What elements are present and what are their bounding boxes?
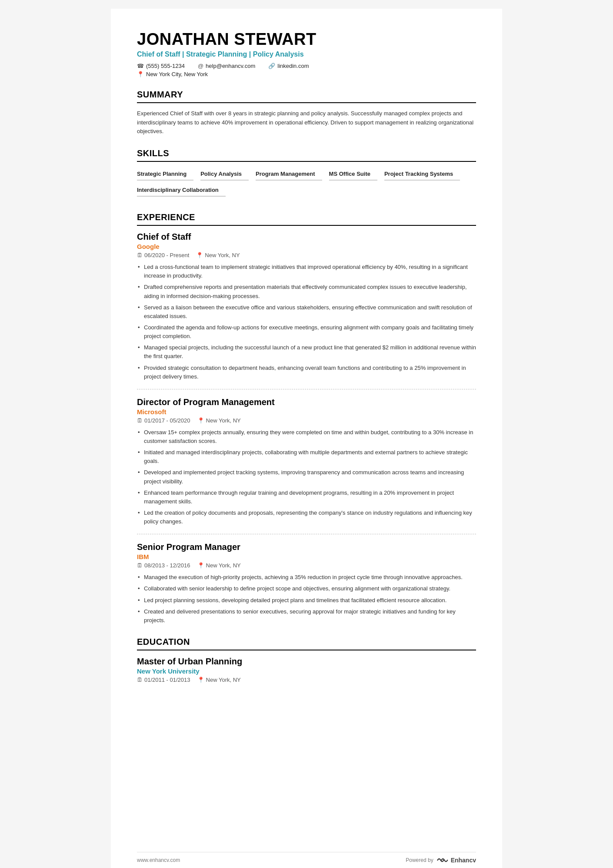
calendar-icon: 🗓 [137,562,143,569]
job-bullet: Served as a liaison between the executiv… [137,303,476,321]
skill-tag: Policy Analysis [200,168,249,181]
job-location: 📍 New York, NY [197,417,241,424]
location-pin-icon: 📍 [197,562,204,569]
job-location: 📍 New York, NY [196,252,240,258]
job-bullet: Collaborated with senior leadership to d… [137,584,476,593]
job-bullet: Managed special projects, including the … [137,343,476,361]
job-divider [137,534,476,534]
job-meta: 🗓 06/2020 - Present 📍 New York, NY [137,252,476,258]
skill-tag: Interdisciplinary Collaboration [137,184,226,197]
location-pin-icon: 📍 [197,417,204,424]
location-pin-icon: 📍 [197,677,204,683]
location-contact: 📍 New York City, New York [137,71,476,77]
edu-location: 📍 New York, NY [197,677,241,683]
candidate-title: Chief of Staff | Strategic Planning | Po… [137,50,476,58]
job-meta: 🗓 08/2013 - 12/2016 📍 New York, NY [137,562,476,569]
phone-contact: ☎ (555) 555-1234 [137,63,185,69]
skill-tag: Project Tracking Systems [384,168,460,181]
skills-section: SKILLS Strategic PlanningPolicy Analysis… [137,148,476,200]
linkedin-value: linkedin.com [277,63,309,69]
job-bullet: Led the creation of policy documents and… [137,509,476,526]
job-title: Senior Program Manager [137,542,476,552]
job-title: Director of Program Management [137,397,476,407]
skill-tag: Strategic Planning [137,168,193,181]
summary-text: Experienced Chief of Staff with over 8 y… [137,109,476,136]
job-date: 🗓 08/2013 - 12/2016 [137,562,190,569]
resume-container: JONATHAN STEWART Chief of Staff | Strate… [111,9,502,868]
job-bullet: Initiated and managed interdisciplinary … [137,448,476,466]
edu-school: New York University [137,667,476,675]
skills-title: SKILLS [137,148,476,162]
summary-title: SUMMARY [137,90,476,103]
job-bullet: Enhanced team performance through regula… [137,489,476,506]
summary-section: SUMMARY Experienced Chief of Staff with … [137,90,476,136]
contact-row: ☎ (555) 555-1234 @ help@enhancv.com 🔗 li… [137,63,476,69]
job-bullet: Managed the execution of high-priority p… [137,573,476,582]
calendar-icon: 🗓 [137,252,143,258]
company-name: IBM [137,553,476,560]
education-section: EDUCATION Master of Urban PlanningNew Yo… [137,637,476,683]
job-divider [137,389,476,389]
job-bullets-list: Oversaw 15+ complex projects annually, e… [137,428,476,526]
email-contact: @ help@enhancv.com [198,63,255,69]
experience-title: EXPERIENCE [137,212,476,226]
location-value: New York City, New York [146,71,208,77]
job-date: 🗓 06/2020 - Present [137,252,189,258]
job-entry: Senior Program ManagerIBM 🗓 08/2013 - 12… [137,542,476,625]
job-entry: Chief of StaffGoogle 🗓 06/2020 - Present… [137,232,476,381]
email-value: help@enhancv.com [206,63,255,69]
company-name: Microsoft [137,408,476,416]
job-bullet: Oversaw 15+ complex projects annually, e… [137,428,476,446]
job-bullets-list: Led a cross-functional team to implement… [137,263,476,381]
footer-brand: Powered by Enhancv [406,857,476,864]
phone-icon: ☎ [137,63,144,69]
job-bullet: Led a cross-functional team to implement… [137,263,476,280]
experience-section: EXPERIENCE Chief of StaffGoogle 🗓 06/202… [137,212,476,625]
linkedin-icon: 🔗 [268,63,275,69]
header-section: JONATHAN STEWART Chief of Staff | Strate… [137,30,476,77]
job-bullet: Drafted comprehensive reports and presen… [137,283,476,300]
job-entry: Director of Program ManagementMicrosoft … [137,397,476,526]
job-title: Chief of Staff [137,232,476,242]
job-location: 📍 New York, NY [197,562,241,569]
skill-tag: Program Management [256,168,322,181]
job-bullets-list: Managed the execution of high-priority p… [137,573,476,625]
skills-list: Strategic PlanningPolicy AnalysisProgram… [137,168,476,200]
location-pin-icon: 📍 [196,252,203,258]
footer-url: www.enhancv.com [137,857,180,863]
education-list: Master of Urban PlanningNew York Univers… [137,657,476,683]
job-bullet: Led project planning sessions, developin… [137,596,476,605]
education-entry: Master of Urban PlanningNew York Univers… [137,657,476,683]
page-footer: www.enhancv.com Powered by Enhancv [137,852,476,864]
job-bullet: Coordinated the agenda and follow-up act… [137,323,476,341]
candidate-name: JONATHAN STEWART [137,30,476,49]
job-bullet: Created and delivered presentations to s… [137,607,476,625]
linkedin-contact: 🔗 linkedin.com [268,63,309,69]
skill-tag: MS Office Suite [329,168,377,181]
email-icon: @ [198,63,203,69]
enhancv-logo [436,857,448,864]
phone-value: (555) 555-1234 [146,63,185,69]
company-name: Google [137,243,476,250]
job-date: 🗓 01/2017 - 05/2020 [137,417,190,424]
edu-degree: Master of Urban Planning [137,657,476,667]
job-bullet: Provided strategic consultation to depar… [137,364,476,381]
edu-date: 🗓 01/2011 - 01/2013 [137,677,190,683]
job-meta: 🗓 01/2017 - 05/2020 📍 New York, NY [137,417,476,424]
experience-list: Chief of StaffGoogle 🗓 06/2020 - Present… [137,232,476,625]
calendar-icon: 🗓 [137,417,143,424]
edu-meta: 🗓 01/2011 - 01/2013 📍 New York, NY [137,677,476,683]
job-bullet: Developed and implemented project tracki… [137,468,476,486]
powered-by-text: Powered by [406,857,433,863]
education-title: EDUCATION [137,637,476,650]
enhancv-brand-text: Enhancv [451,857,476,864]
calendar-icon: 🗓 [137,677,143,683]
location-icon: 📍 [137,71,144,77]
